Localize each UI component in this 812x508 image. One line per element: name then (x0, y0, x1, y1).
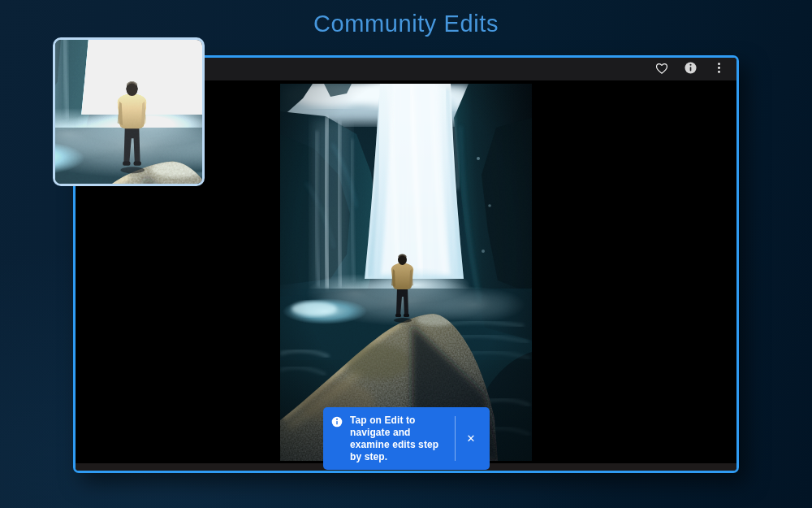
favorite-button[interactable] (652, 59, 672, 79)
tooltip-info-icon (331, 416, 343, 428)
kebab-menu-icon (713, 62, 725, 76)
info-icon (684, 61, 698, 77)
original-photo-thumbnail[interactable] (53, 37, 205, 186)
tooltip-text: Tap on Edit to navigate and examine edit… (343, 414, 455, 463)
tooltip-close-button[interactable]: ✕ (456, 414, 486, 463)
page-title: Community Edits (0, 11, 812, 37)
coachmark-tooltip: Tap on Edit to navigate and examine edit… (323, 407, 490, 470)
app-background: Community Edits (0, 0, 812, 508)
heart-icon (654, 61, 669, 78)
more-options-button[interactable] (709, 59, 728, 79)
thumbnail-image (55, 40, 202, 184)
edited-photo[interactable] (280, 84, 532, 461)
info-button[interactable] (680, 59, 700, 79)
